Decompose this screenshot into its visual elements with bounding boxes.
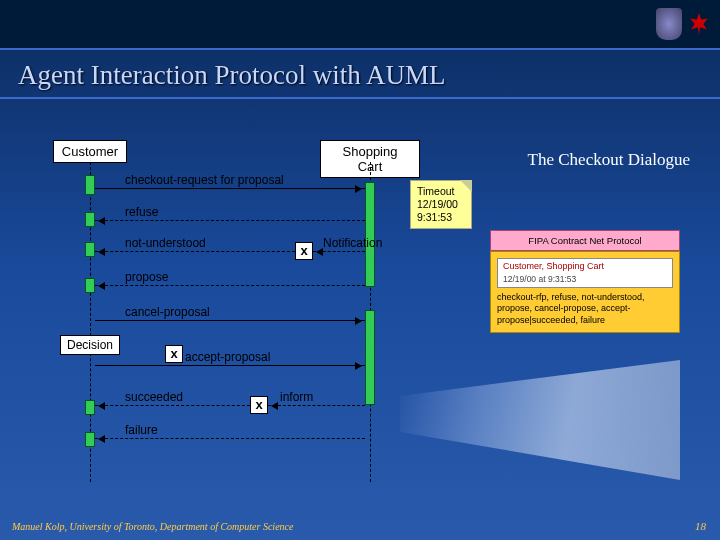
spotlight-overlay <box>400 360 680 480</box>
msg-accept-proposal: accept-proposal <box>185 350 270 364</box>
timeout-note: Timeout 12/19/00 9:31:53 <box>410 180 472 229</box>
arrow <box>313 251 365 252</box>
slide-subtitle: The Checkout Dialogue <box>528 150 690 170</box>
msg-succeeded: succeeded <box>125 390 183 404</box>
msg-propose: propose <box>125 270 168 284</box>
arrow <box>95 285 365 286</box>
arrow <box>268 405 365 406</box>
note-line1: Timeout <box>417 185 465 198</box>
msg-checkout-rfp: checkout-request for proposal <box>125 173 284 187</box>
decision-box: Decision <box>60 335 120 355</box>
msg-not-understood: not-understood <box>125 236 206 250</box>
arrow <box>95 320 365 321</box>
arrow <box>95 251 295 252</box>
msg-failure: failure <box>125 423 158 437</box>
arrow <box>95 438 365 439</box>
crest-icon <box>656 8 682 40</box>
top-bar <box>0 0 720 50</box>
activation-bar <box>365 310 375 405</box>
protocol-body: Customer, Shopping Cart 12/19/00 at 9:31… <box>490 251 680 333</box>
activation-bar <box>365 182 375 287</box>
protocol-head: FIPA Contract Net Protocol <box>490 230 680 251</box>
lifeline-cart: Shopping Cart <box>320 140 420 178</box>
page-number: 18 <box>695 520 706 532</box>
protocol-text: checkout-rfp, refuse, not-understood, pr… <box>497 292 673 326</box>
activation-bar <box>85 175 95 195</box>
note-line3: 9:31:53 <box>417 211 465 224</box>
msg-cancel-proposal: cancel-proposal <box>125 305 210 319</box>
x-connector: x <box>165 345 183 363</box>
maple-leaf-icon <box>688 13 710 35</box>
sequence-diagram: Customer Shopping Cart checkout-request … <box>30 140 440 480</box>
lifeline-customer: Customer <box>40 140 140 163</box>
protocol-datetime: 12/19/00 at 9:31:53 <box>498 273 672 287</box>
x-connector: x <box>295 242 313 260</box>
msg-inform: inform <box>280 390 313 404</box>
arrow <box>95 365 365 366</box>
logo-area <box>656 8 710 40</box>
slide-title: Agent Interaction Protocol with AUML <box>0 50 720 99</box>
protocol-roles-box: Customer, Shopping Cart 12/19/00 at 9:31… <box>497 258 673 288</box>
arrow <box>95 220 365 221</box>
note-line2: 12/19/00 <box>417 198 465 211</box>
x-connector: x <box>250 396 268 414</box>
arrow <box>95 405 250 406</box>
arrow <box>95 188 365 189</box>
lifeline-customer-label: Customer <box>53 140 127 163</box>
msg-notification: Notification <box>323 236 382 250</box>
protocol-roles: Customer, Shopping Cart <box>498 259 672 273</box>
protocol-info-panel: FIPA Contract Net Protocol Customer, Sho… <box>490 230 680 333</box>
footer-author: Manuel Kolp, University of Toronto, Depa… <box>12 521 293 532</box>
msg-refuse: refuse <box>125 205 158 219</box>
